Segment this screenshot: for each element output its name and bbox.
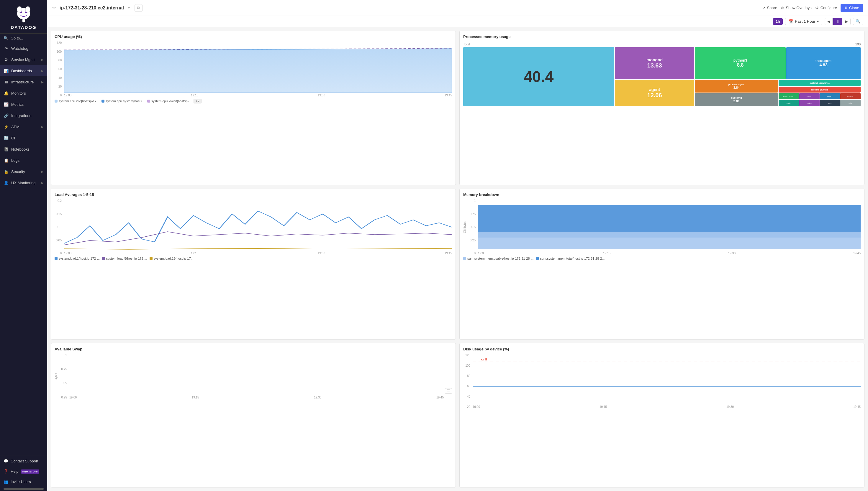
swap-y-axis: 1 0.75 0.5 0.25	[60, 354, 68, 399]
page-header: ☆ ip-172-31-28-210.ec2.internal ▾ ⧉ ↗ Sh…	[47, 0, 868, 16]
treemap-cell-process-agent: process-agent 3.84	[695, 80, 778, 93]
legend-color	[147, 99, 150, 103]
cpu-usage-title: CPU usage (%)	[55, 34, 452, 39]
apm-icon: ⚡	[3, 124, 9, 129]
legend-item: system.cpu.iowait{host:ip-...	[147, 99, 191, 103]
legend-color	[55, 99, 57, 103]
header-actions: ↗ Share ⊕ Show Overlays ⚙ Configure ⧉ Cl…	[762, 4, 863, 12]
memory-y-axis: 1 0.75 0.5 0.25 0	[468, 199, 477, 255]
dashboards-icon: 📊	[3, 68, 9, 74]
memory-breakdown-title: Memory breakdown	[463, 193, 861, 197]
sidebar-item-label: UX Monitoring	[11, 181, 39, 185]
ci-icon: 🔄	[3, 135, 9, 141]
sidebar-item-notebooks[interactable]: 📓 Notebooks	[0, 144, 47, 155]
configure-icon: ⚙	[815, 6, 819, 10]
sidebar-item-label: Security	[11, 170, 39, 174]
chevron-right-icon: ▶	[41, 58, 44, 61]
sidebar-item-help[interactable]: ❓ Help NEW STUFF	[0, 466, 47, 476]
legend-label: sum:system.mem.usable{host:ip-172-31-28-…	[467, 257, 534, 260]
sidebar-item-label: Integrations	[11, 113, 44, 118]
chevron-right-icon: ▶	[41, 181, 44, 184]
time-prev-button[interactable]: ◀	[824, 18, 833, 25]
configure-button[interactable]: ⚙ Configure	[815, 6, 837, 10]
treemap-main-value: 40.4	[524, 68, 553, 85]
legend-color	[536, 257, 539, 260]
sidebar-item-label: CI	[11, 136, 44, 140]
time-range-label: Past 1 Hour	[795, 19, 815, 24]
memory-y-axis-label: Gibibytes	[463, 199, 467, 255]
treemap-cell-system: system...	[840, 93, 861, 99]
legend-label: system.cpu.iowait{host:ip-...	[151, 99, 191, 103]
title-dropdown-icon[interactable]: ▾	[128, 6, 130, 10]
treemap-total-label: Total	[463, 42, 470, 46]
memory-breakdown-widget: Memory breakdown Gibibytes 1 0.75 0.5 0.…	[459, 189, 865, 339]
sidebar-item-logs[interactable]: 📋 Logs	[0, 155, 47, 166]
disk-chart-svg: full	[473, 354, 861, 404]
treemap-cell-main: 40.4	[463, 47, 614, 106]
sidebar-item-watchdog[interactable]: 👁 Watchdog	[0, 43, 47, 54]
sidebar-brand-name: DATADOG	[10, 25, 36, 30]
time-pause-button[interactable]: ⏸	[833, 18, 842, 25]
treemap-cell-syste: syste...	[820, 93, 840, 99]
processes-memory-widget: Processes memory usage Total 100 40.4 mo…	[459, 31, 865, 185]
treemap-cell-sshd: sshd	[840, 100, 861, 106]
svg-rect-9	[478, 232, 861, 249]
sidebar-item-monitors[interactable]: 🔔 Monitors	[0, 88, 47, 99]
clone-button[interactable]: ⧉ Clone	[841, 4, 863, 12]
legend-label: system.cpu.system{host:i...	[106, 99, 145, 103]
ux-monitoring-icon: 👤	[3, 180, 9, 185]
treemap-cell-isd: isd-...	[820, 100, 840, 106]
sidebar-item-security[interactable]: 🔒 Security ▶	[0, 166, 47, 177]
page-title: ip-172-31-28-210.ec2.internal	[60, 5, 124, 10]
load-y-axis: 0.2 0.15 0.1 0.05 0	[55, 199, 63, 255]
legend-item: system.cpu.system{host:i...	[102, 99, 145, 103]
legend-label: system.load.5{host:ip-172-...	[106, 257, 147, 260]
sidebar-item-service-mgmt[interactable]: ⚙ Service Mgmt ▶	[0, 54, 47, 65]
invite-users-icon: 👥	[3, 480, 8, 484]
show-overlays-button[interactable]: ⊕ Show Overlays	[781, 6, 811, 10]
available-swap-title: Available Swap	[55, 347, 452, 351]
treemap-cell-systemd-journal: systemd-journald	[779, 87, 861, 93]
sidebar-item-invite-users[interactable]: 👥 Invite Users	[0, 476, 47, 487]
sidebar-item-metrics[interactable]: 📈 Metrics	[0, 99, 47, 110]
legend-item: sum:system.mem.usable{host:ip-172-31-28-…	[463, 257, 534, 260]
time-navigation: ◀ ⏸ ▶	[824, 18, 850, 25]
sidebar-item-dashboards[interactable]: 📊 Dashboards ▶	[0, 65, 47, 76]
time-search-button[interactable]: 🔍	[853, 18, 863, 25]
swap-y-axis-label: Bytes	[55, 354, 59, 399]
legend-label: system.cpu.idle{host:ip-17...	[59, 99, 99, 103]
fullscreen-button[interactable]: ⧉	[135, 4, 142, 12]
chevron-right-icon: ▶	[41, 125, 44, 128]
cpu-y-axis: 120 100 80 60 40 20 0	[55, 41, 63, 97]
resize-handle[interactable]	[3, 488, 44, 490]
swap-list-button[interactable]: ☰	[445, 388, 452, 394]
sidebar-bottom: 💬 Contact Support ❓ Help NEW STUFF 👥 Inv…	[0, 456, 47, 491]
sidebar-item-apm[interactable]: ⚡ APM ▶	[0, 121, 47, 132]
help-icon: ❓	[3, 469, 8, 473]
treemap-cell-mongod: mongod 13.63	[615, 47, 694, 79]
sidebar-item-infrastructure[interactable]: 🖥 Infrastructure ▶	[0, 76, 47, 88]
disk-y-axis: 120 100 80 60 40 20	[463, 354, 471, 408]
sidebar-item-integrations[interactable]: 🔗 Integrations	[0, 110, 47, 121]
legend-expand-button[interactable]: +2	[193, 99, 201, 104]
svg-point-4	[25, 6, 30, 12]
disk-usage-title: Disk usage by device (%)	[463, 347, 861, 351]
time-range-dropdown-icon: ▾	[817, 19, 819, 24]
sidebar-item-ci[interactable]: 🔄 CI	[0, 132, 47, 144]
favorite-star-icon[interactable]: ☆	[52, 5, 56, 10]
sidebar-search[interactable]: 🔍 Go to...	[0, 34, 47, 43]
time-next-button[interactable]: ▶	[843, 18, 850, 25]
sidebar-item-ux-monitoring[interactable]: 👤 UX Monitoring ▶	[0, 177, 47, 188]
new-stuff-badge: NEW STUFF	[21, 469, 39, 473]
time-range-selector[interactable]: 📅 Past 1 Hour ▾	[785, 18, 822, 25]
time-preset-button[interactable]: 1h	[773, 18, 783, 25]
share-button[interactable]: ↗ Share	[762, 6, 778, 10]
search-icon: 🔍	[3, 36, 8, 40]
sidebar-item-contact-support[interactable]: 💬 Contact Support	[0, 456, 47, 466]
security-icon: 🔒	[3, 169, 9, 174]
sidebar-item-label: Monitors	[11, 91, 44, 95]
legend-label: system.load.15{host:ip-17...	[154, 257, 193, 260]
memory-legend: sum:system.mem.usable{host:ip-172-31-28-…	[463, 257, 861, 260]
treemap-cell-systemd: systemd 2.81	[695, 93, 778, 106]
service-mgmt-icon: ⚙	[3, 57, 9, 62]
